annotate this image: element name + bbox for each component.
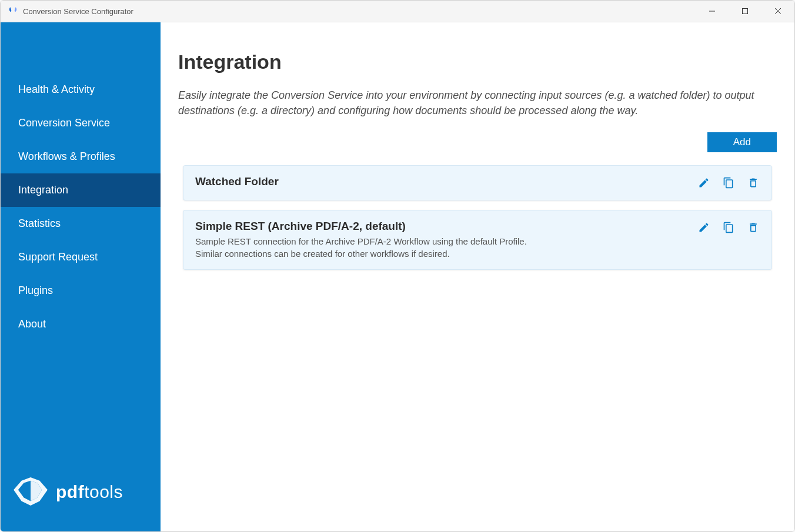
sidebar-item-label: Integration	[18, 184, 68, 196]
app-window: Conversion Service Configurator Health &…	[0, 0, 795, 532]
sidebar-item-label: Support Request	[18, 251, 98, 263]
sidebar-item-support[interactable]: Support Request	[1, 240, 161, 274]
card-content: Simple REST (Archive PDF/A-2, default) S…	[195, 220, 697, 260]
sidebar-item-conversion-service[interactable]: Conversion Service	[1, 106, 161, 140]
card-actions	[697, 175, 760, 189]
edit-icon[interactable]	[697, 221, 710, 234]
sidebar-item-integration[interactable]: Integration	[1, 173, 161, 207]
window-controls	[696, 1, 794, 22]
sidebar-item-label: Statistics	[18, 218, 61, 229]
titlebar: Conversion Service Configurator	[1, 1, 794, 22]
page-description: Easily integrate the Conversion Service …	[178, 88, 766, 118]
app-icon	[8, 6, 18, 16]
add-button[interactable]: Add	[707, 132, 777, 152]
integration-card[interactable]: Watched Folder	[183, 165, 772, 200]
sidebar-item-label: About	[18, 318, 46, 330]
card-title: Simple REST (Archive PDF/A-2, default)	[195, 220, 697, 233]
app-body: Health & Activity Conversion Service Wor…	[1, 22, 794, 531]
edit-icon[interactable]	[697, 176, 710, 189]
sidebar-footer: pdftools	[1, 461, 161, 531]
window-title: Conversion Service Configurator	[23, 7, 133, 16]
titlebar-left: Conversion Service Configurator	[8, 6, 133, 16]
brand-light: tools	[84, 482, 123, 501]
page-title: Integration	[178, 51, 777, 73]
trash-icon[interactable]	[747, 221, 760, 234]
sidebar-item-plugins[interactable]: Plugins	[1, 274, 161, 307]
brand-text: pdftools	[56, 482, 123, 502]
card-description: Sample REST connection for the Archive P…	[195, 235, 697, 260]
sidebar-item-health[interactable]: Health & Activity	[1, 73, 161, 106]
trash-icon[interactable]	[747, 176, 760, 189]
copy-icon[interactable]	[722, 176, 735, 189]
maximize-button[interactable]	[729, 1, 761, 22]
brand-bold: pdf	[56, 482, 84, 501]
sidebar-item-workflows[interactable]: Workflows & Profiles	[1, 140, 161, 173]
main-content: Integration Easily integrate the Convers…	[161, 22, 794, 531]
sidebar: Health & Activity Conversion Service Wor…	[1, 22, 161, 531]
sidebar-item-about[interactable]: About	[1, 307, 161, 341]
integration-card-list: Watched Folder	[178, 165, 777, 270]
card-title: Watched Folder	[195, 175, 697, 188]
sidebar-item-label: Plugins	[18, 285, 53, 296]
copy-icon[interactable]	[722, 221, 735, 234]
sidebar-item-label: Health & Activity	[18, 83, 95, 95]
minimize-button[interactable]	[696, 1, 729, 22]
integration-card[interactable]: Simple REST (Archive PDF/A-2, default) S…	[183, 210, 772, 270]
card-actions	[697, 220, 760, 234]
close-button[interactable]	[761, 1, 794, 22]
sidebar-item-label: Workflows & Profiles	[18, 150, 115, 162]
pdftools-logo-icon	[14, 477, 48, 507]
button-row: Add	[178, 132, 777, 152]
card-content: Watched Folder	[195, 175, 697, 190]
sidebar-item-label: Conversion Service	[18, 117, 110, 129]
svg-rect-1	[743, 9, 748, 14]
sidebar-nav: Health & Activity Conversion Service Wor…	[1, 22, 161, 461]
sidebar-item-statistics[interactable]: Statistics	[1, 207, 161, 240]
